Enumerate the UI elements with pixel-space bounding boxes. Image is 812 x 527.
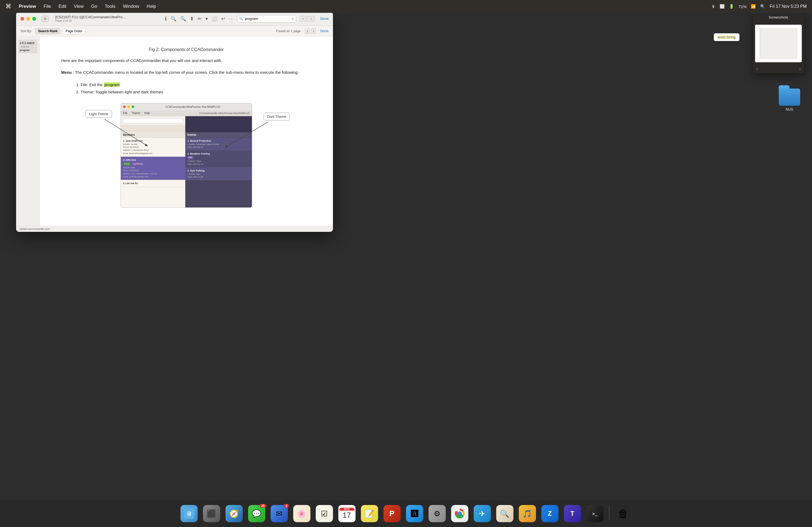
window-controls <box>20 17 36 21</box>
dock-telegram[interactable]: ✈ <box>473 504 492 523</box>
menubar-window[interactable]: Window <box>123 4 139 9</box>
light-theme-callout: Light Theme <box>86 110 112 118</box>
result-next-arrow[interactable]: › <box>311 28 316 34</box>
more-icon[interactable]: ⋯ <box>229 16 234 22</box>
code-tooltip: and2:String <box>714 33 740 41</box>
app-right-panel: Events 1. Musical Production Location: U… <box>185 116 252 207</box>
menubar-status: 🎙 ⬜ 🔋 71% 📶 🔍 Fri 17 Nov 5:23 PM <box>711 4 807 9</box>
app-search-row <box>121 116 185 125</box>
menubar: ⌘ Preview File Edit View Go Tools Window… <box>0 0 812 13</box>
sort-page-order-button[interactable]: Page Order <box>62 28 85 34</box>
dock-powerpoint[interactable]: P <box>382 504 402 523</box>
app-events-header: Events <box>185 132 252 138</box>
dock-messages[interactable]: 💬 25 <box>247 504 266 523</box>
telegram-icon: ✈ <box>474 505 491 522</box>
minimize-button[interactable] <box>26 17 30 21</box>
datetime: Fri 17 Nov 5:23 PM <box>770 4 807 9</box>
app-inner-window: CCACommanderUltraPromax Xtra 9000PLUS Fi… <box>120 103 252 208</box>
search-icon: 🔍 <box>239 17 243 21</box>
dock-audacity[interactable]: 🎵 <box>518 504 537 523</box>
app-members-header: Members <box>121 132 185 138</box>
app-member-1: 1. Jane Smith Ann Gender: Female Phone: … <box>121 138 185 157</box>
app-menu-help: Help <box>144 111 150 115</box>
dock-reminders[interactable]: ☑ <box>315 504 334 523</box>
figure-title: Fig 2: Components of CCACommander <box>61 47 311 52</box>
window-titlebar: ⊟ [CS2103T-F11-1][CCACommanderUltraPro..… <box>16 12 333 26</box>
app-titlebar: CCACommanderUltraPromax Xtra 9000PLUS <box>121 103 252 110</box>
annotate-icon[interactable]: ▾ <box>205 16 208 22</box>
search-clear-button[interactable]: ✕ <box>291 17 294 21</box>
nus-folder[interactable]: NUS <box>779 89 800 111</box>
prev-page-button[interactable]: ‹ <box>300 16 307 22</box>
menu-desc-text: : The CCACommander menu is located at th… <box>73 70 299 75</box>
sort-done-button[interactable]: Done <box>320 29 329 33</box>
dock-chrome[interactable] <box>450 504 469 523</box>
menubar-file[interactable]: File <box>44 4 51 9</box>
powerpoint-icon: P <box>383 505 401 522</box>
dock-launchpad[interactable]: ⬛ <box>202 504 221 523</box>
close-button[interactable] <box>20 17 24 21</box>
badge-friends: friends <box>123 162 131 166</box>
app-close <box>123 105 126 108</box>
sort-search-rank-button[interactable]: Search Rank <box>35 28 61 34</box>
window-subtitle: Page 6 of 25 <box>55 19 162 22</box>
dock-finder[interactable]: 🖥 <box>179 504 199 523</box>
search-result-item[interactable]: e 6 1 match : Exit the program <box>18 40 37 54</box>
dock-trash[interactable]: 🗑 <box>613 504 633 523</box>
apple-menu[interactable]: ⌘ <box>5 3 11 10</box>
share-icon[interactable]: ⬆ <box>190 16 194 22</box>
app-left-panel: Members 1. Jane Smith Ann Gender: Female… <box>121 116 185 207</box>
screenshot-prev-arrow[interactable]: ‹ <box>756 66 758 72</box>
result-nav-arrows: ‹ › <box>305 28 316 34</box>
search-input[interactable] <box>237 15 296 22</box>
dock-teams[interactable]: T <box>563 504 582 523</box>
dock-zoom[interactable]: Z <box>540 504 560 523</box>
dock-preview[interactable]: 🔍 <box>495 504 514 523</box>
preview-app-icon: 🔍 <box>496 505 513 522</box>
pen-icon[interactable]: ✏ <box>198 16 202 22</box>
menubar-edit[interactable]: Edit <box>59 4 66 9</box>
dock-terminal[interactable]: >_ <box>585 504 605 523</box>
app-events-list: 1. Musical Production Location: Universi… <box>185 138 252 207</box>
preview-nav-buttons: ‹ › <box>300 16 315 22</box>
screenshot-next-arrow[interactable]: › <box>799 66 801 72</box>
result-prev-arrow[interactable]: ‹ <box>305 28 310 34</box>
maximize-button[interactable] <box>32 17 36 21</box>
app-event-2: 2. Marathon Training SML Location: Track… <box>185 151 252 167</box>
sort-by-label: Sort By: <box>20 29 32 33</box>
menubar-go[interactable]: Go <box>91 4 98 9</box>
rotate-icon[interactable]: ↩ <box>221 16 225 22</box>
screenshots-sidebar: Screenshots ‹ › <box>753 12 804 73</box>
sidebar-toggle-button[interactable]: ⊟ <box>41 16 49 22</box>
app-header-title: CCACommander Ultra Promax Xtra 9000PLUS <box>199 112 250 115</box>
menu-description: Menu : The CCACommander menu is located … <box>61 69 311 76</box>
next-page-button[interactable]: › <box>307 16 315 22</box>
menubar-help[interactable]: Help <box>147 4 156 9</box>
dock-safari[interactable]: 🧭 <box>224 504 244 523</box>
dock-mail[interactable]: ✉ 2 <box>270 504 289 523</box>
sort-bar: Sort By: Search Rank Page Order Found on… <box>16 26 333 36</box>
menubar-preview[interactable]: Preview <box>19 4 36 9</box>
crop-icon[interactable]: ⬜ <box>212 16 218 22</box>
terminal-icon: >_ <box>586 505 604 522</box>
app-search-input[interactable] <box>123 118 183 123</box>
zoom-in-icon[interactable]: 🔍 <box>180 16 186 22</box>
info-icon[interactable]: ℹ <box>165 16 167 22</box>
dock-prefs[interactable]: ⚙ <box>427 504 447 523</box>
menubar-view[interactable]: View <box>74 4 84 9</box>
menubar-tools[interactable]: Tools <box>105 4 115 9</box>
screenshot-thumbnail[interactable] <box>755 25 802 62</box>
search-container: 🔍 ✕ <box>237 15 296 22</box>
zoom-out-icon[interactable]: 🔍 <box>171 16 176 22</box>
body-paragraph: Here are the important components of CCA… <box>61 57 311 64</box>
folder-icon <box>779 89 800 106</box>
app-menubar: File Theme Help CCACommander Ultra Proma… <box>121 110 252 116</box>
dock-notes[interactable]: 📝 <box>360 504 379 523</box>
result-page: e 6 1 match <box>20 41 36 45</box>
dock-photos[interactable]: 🌸 <box>292 504 311 523</box>
dock-calendar[interactable]: NOV 17 <box>337 504 357 523</box>
done-button[interactable]: Done <box>320 17 329 21</box>
dock-appstore[interactable]: 🅰 <box>405 504 424 523</box>
spotlight-icon[interactable]: 🔍 <box>760 4 765 9</box>
result-context-line1: : Exit the <box>20 45 36 48</box>
